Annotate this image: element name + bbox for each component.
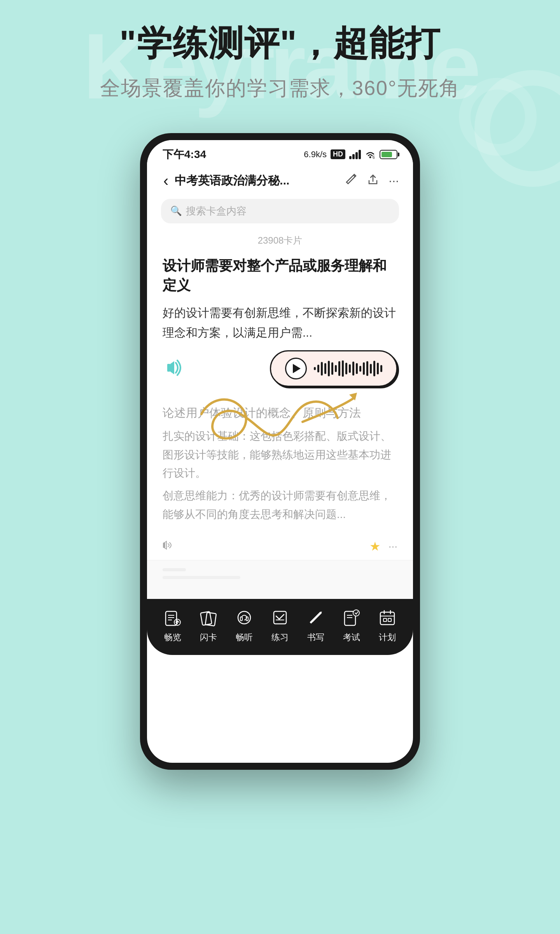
wave-bar-8 [342,360,344,377]
play-button[interactable] [285,358,307,379]
wave-bar-6 [335,365,337,372]
wave-bar-0 [314,367,316,370]
status-right: 6.9k/s HD 6 [304,149,397,160]
svg-point-0 [369,156,371,158]
listen-label: 畅听 [236,632,253,643]
dim-body-1: 扎实的设计基础：这包括色彩搭配、版式设计、图形设计等技能，能够熟练地运用这些基本… [163,427,397,483]
write-label: 书写 [307,632,324,643]
svg-rect-14 [380,612,394,625]
nav-item-write[interactable]: 书写 [305,607,327,643]
wave-bar-10 [349,364,351,373]
wave-bar-13 [359,366,361,372]
card-audio-indicator[interactable] [163,540,177,553]
plan-icon [376,607,398,629]
sub-title: 全场景覆盖你的学习需求，360°无死角 [31,75,529,102]
test-icon [341,607,362,629]
wave-bar-3 [324,363,326,374]
search-bar: 🔍 搜索卡盒内容 [147,195,413,230]
svg-rect-11 [274,611,286,624]
status-time: 下午4:34 [163,147,206,162]
card-title: 设计师需要对整个产品或服务理解和定义 [163,256,397,295]
star-button[interactable]: ★ [369,539,381,554]
practice-label: 练习 [271,632,289,643]
status-bar: 下午4:34 6.9k/s HD [147,140,413,165]
browse-label: 畅览 [164,632,181,643]
speaker-icon[interactable] [163,354,190,383]
svg-rect-2 [167,364,170,372]
waveform [314,360,382,377]
status-speed: 6.9k/s [304,149,327,160]
share-button[interactable] [367,173,379,188]
phone-outer: 下午4:34 6.9k/s HD [140,133,420,770]
audio-row [163,350,397,387]
wave-bar-17 [373,361,375,376]
svg-rect-9 [240,617,242,621]
phone-wrapper: 下午4:34 6.9k/s HD [0,133,560,770]
svg-point-13 [353,610,359,616]
listen-icon [233,607,255,629]
dim-body-2: 创意思维能力：优秀的设计师需要有创意思维，能够从不同的角度去思考和解决问题... [163,486,397,523]
play-triangle-icon [293,364,301,373]
dim-section: 论述用户体验设计的概念、原则与方法 扎实的设计基础：这包括色彩搭配、版式设计、图… [147,395,413,533]
wave-bar-5 [331,362,333,375]
wave-bar-14 [363,362,365,375]
wave-bar-1 [317,365,319,372]
audio-player[interactable] [270,350,397,387]
search-input-wrap[interactable]: 🔍 搜索卡盒内容 [161,199,399,223]
svg-rect-16 [388,618,391,621]
nav-item-listen[interactable]: 畅听 [233,607,255,643]
nav-item-plan[interactable]: 计划 [376,607,398,643]
battery-icon [380,150,397,159]
nav-item-flashcard[interactable]: 闪卡 [198,607,219,643]
nav-icons: ··· [345,173,399,188]
card-content: 设计师需要对整个产品或服务理解和定义 好的设计需要有创新思维，不断探索新的设计理… [147,247,413,387]
back-button[interactable]: ‹ [161,170,171,192]
card-count: 23908卡片 [147,230,413,247]
edit-button[interactable] [345,173,357,188]
search-placeholder: 搜索卡盒内容 [186,204,247,218]
card-more-button[interactable]: ··· [388,540,397,553]
nav-item-test[interactable]: 考试 [341,607,362,643]
svg-point-8 [238,611,250,624]
search-icon: 🔍 [170,205,182,216]
card-bottom: ★ ··· [147,533,413,560]
more-button[interactable]: ··· [388,174,399,188]
header-section: "学练测评"，超能打 全场景覆盖你的学习需求，360°无死角 [0,0,560,118]
svg-rect-10 [246,617,248,621]
nav-title: 中考英语政治满分秘... [175,173,345,189]
next-card-preview [147,560,413,599]
nav-bar: ‹ 中考英语政治满分秘... [147,165,413,195]
dim-title: 论述用户体验设计的概念、原则与方法 [163,404,397,421]
signal-icon [349,150,361,159]
svg-rect-15 [383,618,387,621]
nav-item-practice[interactable]: 练习 [269,607,291,643]
wave-bar-2 [321,362,323,376]
phone-inner: 下午4:34 6.9k/s HD [147,140,413,763]
svg-text:6: 6 [373,155,375,159]
write-icon [305,607,327,629]
bottom-nav: 畅览 闪卡 [147,599,413,655]
main-title: "学练测评"，超能打 [31,23,529,64]
wave-bar-11 [352,362,354,376]
test-label: 考试 [343,632,360,643]
wave-bar-4 [328,361,330,376]
wave-bar-18 [377,363,379,374]
wifi-icon: 6 [365,150,376,159]
wave-bar-12 [356,363,358,374]
flashcard-label: 闪卡 [200,632,217,643]
browse-icon [162,607,184,629]
svg-rect-4 [166,611,177,625]
nav-item-browse[interactable]: 畅览 [162,607,184,643]
practice-icon [269,607,291,629]
battery-fill [382,152,392,157]
card-body: 好的设计需要有创新思维，不断探索新的设计理念和方案，以满足用户需... [163,303,397,342]
wave-bar-16 [370,364,372,374]
wave-bar-7 [338,361,340,376]
card-bottom-right: ★ ··· [369,539,397,554]
wave-bar-19 [380,365,382,372]
flashcard-icon [198,607,219,629]
status-hd: HD [331,149,345,159]
plan-label: 计划 [379,632,396,643]
wave-bar-9 [345,363,347,374]
wave-bar-15 [366,361,368,376]
